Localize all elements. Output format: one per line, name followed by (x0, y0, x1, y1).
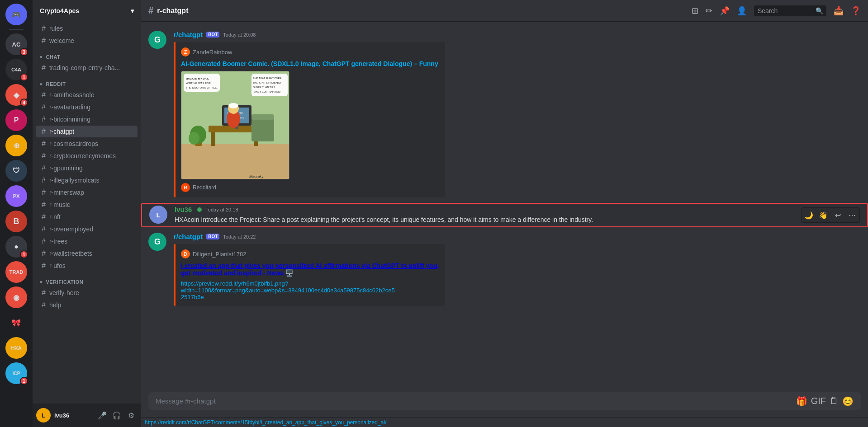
hash-icon: # (42, 103, 46, 111)
channel-item-r-trees[interactable]: # r-trees (36, 235, 138, 247)
more-options-button[interactable]: ⋯ (846, 209, 859, 221)
server-crypto4apes[interactable]: C4A1 (5, 59, 27, 80)
channel-item-r-chatgpt[interactable]: # r-chatgpt (36, 126, 138, 137)
category-chat[interactable]: ▾ CHAT (33, 47, 141, 61)
server-b-red[interactable]: B (5, 211, 27, 232)
svg-text:BACK IN MY DAY,: BACK IN MY DAY, (186, 77, 209, 80)
channel-item-r-ufos[interactable]: # r-ufos (36, 260, 138, 272)
threads-button[interactable]: ⊞ (692, 6, 698, 16)
redditard-icon: R (181, 183, 190, 192)
search-box[interactable]: 🔍 (754, 5, 826, 16)
channel-item-welcome[interactable]: # welcome (36, 35, 138, 47)
svg-text:THERE? IT'S PROBABLY: THERE? IT'S PROBABLY (253, 81, 282, 84)
moon-reaction-button[interactable]: 🌙 (802, 209, 815, 221)
svg-text:Maccaky: Maccaky (249, 174, 264, 178)
server-pxar[interactable]: PX (5, 185, 27, 207)
hash-icon: # (42, 152, 46, 160)
server-red-circle[interactable]: ◉ (5, 286, 27, 308)
hash-icon: # (42, 91, 46, 99)
server-hxa[interactable]: HXA (5, 337, 27, 359)
channel-item-r-cryptocurrencymemes[interactable]: # r-cryptocurrencymemes (36, 150, 138, 162)
username-label: lvu36 (54, 412, 92, 419)
message-group-2: L lvu36 Today at 20:18 HXAcoin Introduce… (141, 203, 868, 227)
channel-item-r-nft[interactable]: # r-nft (36, 211, 138, 223)
server-trading[interactable]: TRAD (5, 261, 27, 283)
server-icpverse[interactable]: ICP1 (5, 362, 27, 384)
category-verification-label: VERIFICATION (46, 279, 84, 285)
channel-name: r-gpumining (49, 164, 83, 172)
reply-button[interactable]: ↩ (831, 209, 844, 221)
message-actions-2: 🌙 👋 ↩ ⋯ (801, 207, 860, 223)
members-button[interactable]: 👤 (737, 6, 747, 16)
channel-item-trading-comp[interactable]: # trading-comp-entry-cha... (36, 62, 138, 74)
channel-item-r-illegallysmolcats[interactable]: # r-illegallysmolcats (36, 174, 138, 186)
server-orange[interactable]: ⊕ (5, 135, 27, 156)
server-bowtie[interactable]: 🎀 (5, 312, 27, 333)
server-badge-dark: 1 (20, 250, 28, 258)
server-red-diamond[interactable]: ◆4 (5, 84, 27, 106)
channel-name: r-cryptocurrencymemes (49, 152, 116, 160)
category-verification[interactable]: ▾ VERIFICATION (33, 272, 141, 286)
channel-item-r-cosmosairdrops[interactable]: # r-cosmosairdrops (36, 138, 138, 150)
server-ac[interactable]: AC3 (5, 33, 27, 55)
sticker-button[interactable]: 🗒 (830, 396, 839, 406)
channel-item-r-overemployed[interactable]: # r-overemployed (36, 223, 138, 235)
bot-badge-1: BOT (206, 32, 219, 38)
hash-icon: # (42, 213, 46, 221)
search-input[interactable] (758, 7, 812, 14)
channel-item-r-minerswap[interactable]: # r-minerswap (36, 187, 138, 198)
channel-item-r-bitcoinmining[interactable]: # r-bitcoinmining (36, 113, 138, 125)
server-pink[interactable]: P (5, 109, 27, 131)
channel-item-rules[interactable]: # rules (36, 23, 138, 34)
hash-icon: # (42, 64, 46, 72)
pin-button[interactable]: 📌 (720, 6, 730, 16)
avatar-chatgpt-2: G (148, 233, 166, 251)
channel-name: r-ufos (49, 262, 66, 269)
channel-item-r-avatartrading[interactable]: # r-avatartrading (36, 101, 138, 113)
server-discord-home[interactable]: 🎮 (5, 4, 27, 25)
message-header-3: r/chatgpt BOT Today at 20:22 (174, 233, 861, 240)
channel-item-verify-here[interactable]: # verify-here (36, 287, 138, 299)
channel-item-r-amitheasshole[interactable]: # r-amitheasshole (36, 89, 138, 101)
message-author-3: r/chatgpt (174, 233, 203, 240)
edit-button[interactable]: ✏ (706, 6, 712, 16)
channel-sidebar: Crypto4Apes ▾ # rules # welcome ▾ CHAT #… (33, 0, 141, 427)
category-chat-label: CHAT (46, 54, 61, 60)
help-button[interactable]: ❓ (851, 6, 861, 16)
channel-name: r-nft (49, 213, 61, 221)
settings-button[interactable]: ⚙ (125, 409, 138, 422)
message-input[interactable] (156, 392, 792, 410)
gift-button[interactable]: 🎁 (796, 396, 807, 407)
chevron-icon: ▾ (40, 82, 43, 87)
headphone-button[interactable]: 🎧 (110, 409, 123, 422)
gif-button[interactable]: GIF (811, 396, 826, 406)
embed-link-3[interactable]: I created an app that gives you personal… (181, 262, 439, 277)
message-author-1: r/chatgpt (174, 31, 203, 38)
message-input-area: 🎁 GIF 🗒 😊 (141, 392, 868, 417)
status-bar[interactable]: https://reddit.com/r/ChatGPT/comments/15… (141, 417, 868, 427)
server-dark-circle[interactable]: ●1 (5, 236, 27, 258)
mic-button[interactable]: 🎤 (96, 409, 109, 422)
wave-reaction-button[interactable]: 👋 (817, 209, 830, 221)
svg-rect-10 (251, 117, 274, 141)
message-timestamp-3: Today at 20:22 (223, 234, 256, 239)
hash-icon: # (42, 249, 46, 258)
comic-image: UPDATING... PLEASE WAIT (181, 71, 289, 179)
channel-item-r-gpumining[interactable]: # r-gpumining (36, 162, 138, 174)
link-text-2: width=1100&format=png&auto=webp&s=384941… (181, 287, 440, 294)
svg-point-15 (228, 103, 238, 108)
category-reddit[interactable]: ▾ REDDIT (33, 74, 141, 89)
hash-icon: # (42, 164, 46, 172)
server-name-header[interactable]: Crypto4Apes ▾ (33, 0, 141, 22)
redditard-label: Redditard (193, 184, 216, 191)
channel-item-help[interactable]: # help (36, 299, 138, 311)
inbox-button[interactable]: 📥 (834, 6, 844, 16)
channel-item-r-wallstreetbets[interactable]: # r-wallstreetbets (36, 248, 138, 259)
reddit-embed-1: Z ZandeRainbow AI-Generated Boomer Comic… (174, 42, 445, 197)
channel-item-r-music[interactable]: # r-music (36, 199, 138, 211)
emoji-button[interactable]: 😊 (842, 396, 854, 407)
message-author-2: lvu36 (175, 206, 192, 213)
server-name-label: Crypto4Apes (40, 7, 79, 14)
server-shield[interactable]: 🛡 (5, 160, 27, 182)
message-header-2: lvu36 Today at 20:18 (175, 206, 860, 213)
